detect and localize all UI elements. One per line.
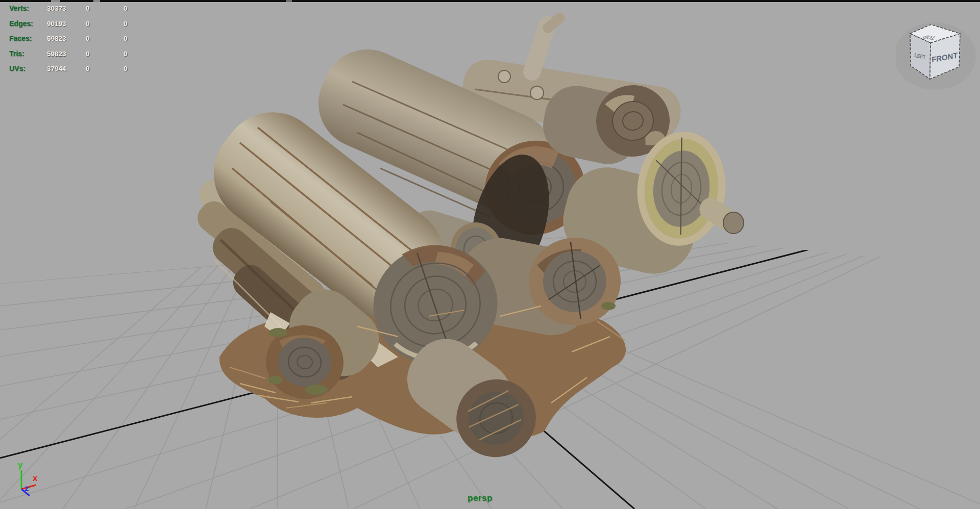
camera-label: persp — [468, 493, 493, 503]
hud-row-uvs: UVs:3794400 — [9, 64, 128, 79]
model-log-pile[interactable] — [192, 11, 744, 467]
hud-value: 0 — [124, 35, 128, 42]
hud-value: 0 — [86, 20, 124, 28]
hud-value: 0 — [124, 50, 128, 58]
hud-label: Faces: — [9, 34, 47, 42]
hud-value: 0 — [86, 65, 124, 72]
viewport-3d[interactable]: Verts:3037300 Edges:9019300 Faces:598230… — [0, 0, 980, 509]
hud-value: 0 — [124, 20, 128, 28]
hud-label: Tris: — [9, 49, 47, 58]
hud-value: 0 — [86, 50, 124, 58]
hud-row-tris: Tris:5982300 — [9, 49, 128, 64]
view-cube[interactable]: TOP LEFT FRONT — [896, 15, 980, 92]
hud-value: 37944 — [47, 65, 86, 72]
scene-canvas — [0, 0, 980, 509]
hud-value: 0 — [124, 65, 128, 72]
hud-row-faces: Faces:5982300 — [9, 34, 128, 49]
hud-value: 59823 — [47, 50, 86, 58]
hud-value: 30373 — [47, 5, 86, 12]
hud-value: 0 — [86, 35, 124, 42]
poly-count-hud: Verts:3037300 Edges:9019300 Faces:598230… — [9, 4, 128, 79]
hud-label: Edges: — [9, 19, 47, 28]
hud-value: 90193 — [47, 20, 86, 28]
hud-row-verts: Verts:3037300 — [9, 4, 128, 19]
hud-label: Verts: — [9, 4, 47, 12]
hud-row-edges: Edges:9019300 — [9, 19, 128, 34]
axis-y-label: y — [18, 460, 23, 470]
hud-value: 0 — [124, 5, 128, 12]
hud-label: UVs: — [9, 64, 47, 72]
top-edge-bar — [0, 0, 980, 2]
axis-gizmo: y x z — [9, 455, 65, 506]
hud-value: 59823 — [47, 35, 86, 42]
axis-z-label: z — [24, 483, 29, 493]
hud-value: 0 — [86, 5, 124, 12]
axis-x-label: x — [33, 473, 38, 483]
